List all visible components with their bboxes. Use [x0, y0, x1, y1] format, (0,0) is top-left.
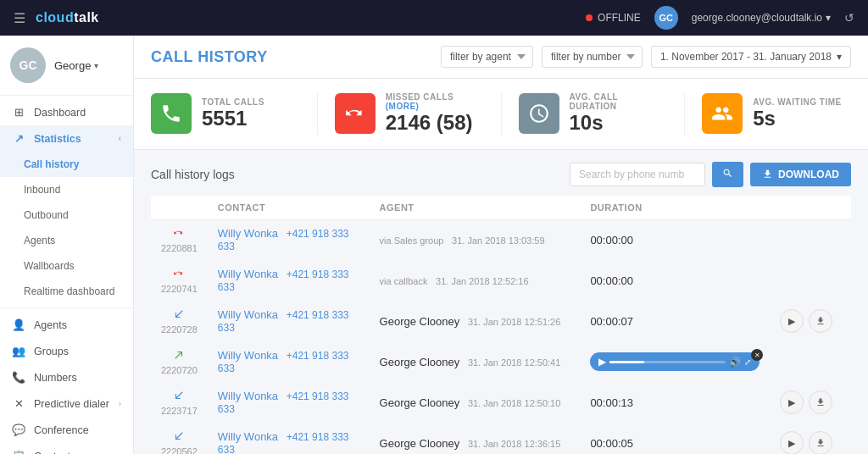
- main-content: CALL HISTORY filter by agent filter by n…: [134, 36, 868, 454]
- sidebar-item-conference[interactable]: 💬 Conference: [0, 417, 133, 443]
- sidebar-item-outbound[interactable]: Outbound: [0, 202, 133, 228]
- agent-cell: via Sales group 31. Jan 2018 13:03:59: [370, 219, 581, 260]
- phone-icon: 📞: [12, 371, 25, 384]
- statistics-icon: ↗: [12, 132, 25, 145]
- agent-cell: George Clooney 31. Jan 2018 12:36:15: [370, 423, 581, 454]
- sidebar-item-predictive-dialer[interactable]: ✕ Predictive dialer ›: [0, 390, 133, 417]
- stat-divider-2: [501, 92, 502, 136]
- call-number: 2220728: [161, 324, 198, 335]
- sidebar-item-agents-stats[interactable]: Agents: [0, 228, 133, 253]
- call-duration: 00:00:00: [590, 274, 633, 287]
- sidebar-item-groups[interactable]: 👥 Groups: [0, 338, 133, 364]
- call-number: 2220720: [161, 365, 198, 375]
- status-badge: OFFLINE: [586, 12, 641, 24]
- contact-name[interactable]: Willy Wonka: [218, 308, 278, 321]
- call-timestamp: 31. Jan 2018 13:03:59: [452, 235, 544, 246]
- sidebar-item-call-history[interactable]: Call history: [0, 152, 133, 177]
- logs-header: Call history logs DOWNLOAD: [151, 162, 851, 187]
- sidebar-item-statistics[interactable]: ↗ Statistics ‹: [0, 125, 133, 152]
- agent-cell: George Clooney 31. Jan 2018 12:50:10: [370, 382, 581, 423]
- stat-total-calls-info: TOTAL CALLS 5551: [202, 97, 264, 131]
- stat-divider: [317, 92, 318, 136]
- call-number: 2223717: [161, 406, 198, 416]
- download-button[interactable]: DOWNLOAD: [750, 163, 851, 186]
- search-input[interactable]: [570, 163, 705, 186]
- sidebar-item-label: Outbound: [24, 209, 69, 221]
- actions-cell: ▶: [770, 301, 851, 341]
- grid-icon: ⊞: [12, 106, 25, 119]
- conference-icon: 💬: [12, 424, 25, 436]
- volume-icon[interactable]: 🔊: [729, 357, 741, 368]
- contact-name[interactable]: Willy Wonka: [218, 227, 278, 240]
- call-number: 2220881: [161, 243, 198, 253]
- table-header: CONTACT AGENT DURATION: [151, 196, 851, 220]
- call-info-cell: 2220881: [151, 219, 208, 260]
- person-icon: 👤: [12, 318, 25, 331]
- app-logo: cloudtalk: [36, 10, 99, 25]
- chevron-right-icon: ›: [119, 399, 121, 408]
- call-type-icon: [173, 390, 185, 404]
- user-info[interactable]: george.clooney@cloudtalk.io ▾: [692, 12, 831, 24]
- audio-expand[interactable]: ⤢: [744, 357, 751, 367]
- audio-close-button[interactable]: ✕: [751, 349, 763, 361]
- play-button[interactable]: ▶: [780, 431, 804, 454]
- sidebar-item-contacts[interactable]: 📋 Contacts: [0, 443, 133, 454]
- download-call-button[interactable]: [809, 431, 832, 454]
- contact-name[interactable]: Willy Wonka: [218, 430, 278, 443]
- table-row: 2220881 Willy Wonka +421 918 333 633 via…: [151, 219, 851, 260]
- contact-name[interactable]: Willy Wonka: [218, 390, 278, 402]
- stat-missed-calls-value: 2146 (58): [386, 111, 484, 136]
- col-header-empty: [151, 196, 208, 220]
- stat-avg-duration-value: 10s: [570, 111, 668, 136]
- filter-agent-select[interactable]: filter by agent: [441, 46, 533, 68]
- call-type-icon: [173, 430, 185, 445]
- sidebar-item-dashboard[interactable]: ⊞ Dashboard: [0, 99, 133, 125]
- sidebar-item-label: Contacts: [34, 451, 75, 455]
- stat-icon-wait: [702, 93, 743, 134]
- nav-group: ⊞ Dashboard ↗ Statistics ‹ Call history …: [0, 96, 133, 454]
- call-timestamp: 31. Jan 2018 12:51:26: [468, 317, 560, 327]
- nav-divider: [0, 307, 133, 308]
- navbar: ☰ cloudtalk OFFLINE GC george.clooney@cl…: [0, 0, 868, 36]
- audio-player[interactable]: ▶ 🔊 ⤢ ✕: [590, 352, 760, 371]
- search-button[interactable]: [712, 162, 743, 187]
- sidebar-item-wallboards[interactable]: Wallboards: [0, 253, 133, 279]
- play-button[interactable]: ▶: [780, 309, 804, 333]
- download-call-button[interactable]: [809, 309, 832, 333]
- settings-icon[interactable]: ↺: [844, 11, 854, 25]
- sidebar-item-label: Dashboard: [34, 107, 86, 119]
- sidebar: GC George ▾ ⊞ Dashboard ↗ Statistics ‹ C…: [0, 36, 134, 454]
- sidebar-item-realtime[interactable]: Realtime dashboard: [0, 279, 133, 304]
- sidebar-item-label: Groups: [34, 346, 69, 357]
- avatar: GC: [10, 47, 46, 83]
- more-link[interactable]: (MORE): [386, 102, 420, 111]
- sidebar-item-label: Statistics: [34, 133, 81, 145]
- play-button[interactable]: ▶: [598, 356, 606, 368]
- filter-number-select[interactable]: filter by number: [542, 46, 643, 68]
- contact-cell: Willy Wonka +421 918 333 633: [208, 219, 370, 260]
- contact-name[interactable]: Willy Wonka: [218, 268, 278, 280]
- table-row: 2220741 Willy Wonka +421 918 333 633 via…: [151, 260, 851, 301]
- duration-cell: ▶ 🔊 ⤢ ✕: [580, 341, 770, 382]
- row-actions: ▶: [780, 390, 841, 414]
- sidebar-item-agents[interactable]: 👤 Agents: [0, 312, 133, 338]
- row-actions: ▶: [780, 431, 841, 454]
- actions-cell: [770, 260, 851, 301]
- contact-name[interactable]: Willy Wonka: [218, 349, 278, 362]
- contact-cell: Willy Wonka +421 918 333 633: [208, 260, 370, 301]
- play-button[interactable]: ▶: [780, 390, 804, 414]
- navbar-left: ☰ cloudtalk: [14, 10, 99, 26]
- col-header-agent: AGENT: [370, 196, 581, 220]
- date-range-picker[interactable]: 1. November 2017 - 31. January 2018 ▾: [651, 46, 851, 68]
- sidebar-item-numbers[interactable]: 📞 Numbers: [0, 364, 133, 390]
- call-info-cell: 2220728: [151, 301, 208, 341]
- download-call-button[interactable]: [809, 390, 832, 414]
- sidebar-item-inbound[interactable]: Inbound: [0, 177, 133, 202]
- chevron-down-icon: ▾: [826, 12, 831, 24]
- table-row: 2220728 Willy Wonka +421 918 333 633 Geo…: [151, 301, 851, 341]
- contact-cell: Willy Wonka +421 918 333 633: [208, 341, 370, 382]
- contacts-icon: 📋: [12, 450, 25, 454]
- hamburger-icon[interactable]: ☰: [14, 10, 25, 26]
- user-name-dropdown[interactable]: George ▾: [54, 59, 98, 72]
- user-avatar-small: GC: [654, 6, 678, 30]
